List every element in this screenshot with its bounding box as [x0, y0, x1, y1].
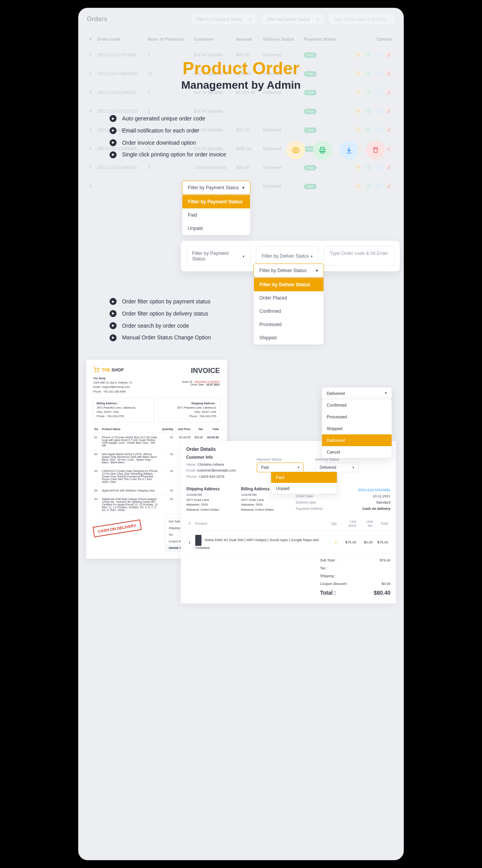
hero-subtitle: Management by Admin	[78, 79, 404, 91]
deliver-status-select[interactable]: Filter by Deliver Status▾	[254, 264, 324, 278]
option-shipped[interactable]: Shipped	[254, 331, 324, 344]
option-cancel[interactable]: Cancel	[322, 446, 392, 458]
payment-status-options: Filter by Payment Status Paid Unpaid	[182, 195, 250, 235]
payment-status-select[interactable]: Filter by Payment Status▾	[182, 181, 250, 195]
download-button[interactable]	[340, 141, 358, 160]
filter-deliver-select[interactable]: Filter by Deliver Status▾	[256, 246, 318, 266]
chevron-down-icon: ▾	[385, 391, 387, 396]
table-row: 1 Nokia 6300 4G Dual SIM | WiFi Hotspot …	[186, 531, 390, 554]
svg-point-4	[95, 372, 95, 372]
chevron-down-icon: ▾	[353, 466, 354, 469]
option-unpaid[interactable]: Unpaid	[271, 483, 337, 494]
cash-on-delivery-stamp: CASH ON DELIVERY	[93, 519, 142, 537]
filter-payment-top[interactable]: Filter by Payment Status▾	[191, 13, 257, 25]
option-filter-payment[interactable]: Filter by Payment Status	[182, 195, 250, 208]
play-icon: ▶	[110, 127, 117, 134]
deliver-status-options: Filter by Deliver Status Order Placed Co…	[254, 278, 324, 345]
feature-bullet: ▶Order invoice download option	[110, 137, 226, 149]
option-delivered[interactable]: Delivered	[322, 434, 392, 446]
option-paid[interactable]: Paid	[182, 208, 250, 222]
hero-title: Product Order	[78, 59, 404, 78]
option-processed[interactable]: Processed	[322, 411, 392, 423]
chevron-down-icon: ▾	[250, 17, 252, 21]
product-thumb	[195, 535, 201, 546]
order-products-table: #ProductQtyUnit priceUnit taxTotal 1 Nok…	[186, 516, 390, 554]
option-shipped[interactable]: Shipped	[322, 423, 392, 434]
feature-bullet: ▶Order filter option by payment status	[110, 296, 211, 308]
option-confirmed[interactable]: Confirmed	[322, 399, 392, 411]
feature-bullet: ▶Manual Order Status Change Option	[110, 332, 211, 344]
chevron-down-icon: ▾	[316, 268, 318, 273]
feature-bullet: ▶Order search by order code	[110, 320, 211, 332]
brand-logo: THE SHOP	[93, 367, 133, 373]
option-paid[interactable]: Paid	[271, 472, 337, 483]
order-totals: Sub Total :$78.40 Tax : Shipping : Coupo…	[320, 556, 390, 598]
feature-bullet: ▶Single click printing option for order …	[110, 149, 226, 161]
play-icon: ▶	[110, 310, 117, 317]
svg-point-0	[295, 149, 297, 151]
chevron-down-icon: ▾	[242, 185, 245, 190]
option-processed[interactable]: Processed	[254, 318, 324, 331]
order-details-panel: Order Details Customer Info Name: Christ…	[181, 441, 396, 603]
page-title: Orders	[87, 16, 107, 23]
table-row: 720211110-131452873Christina Ashens$90.4…	[87, 158, 395, 177]
payment-status-mini-select[interactable]: Paid▾	[257, 463, 304, 472]
status-options: Confirmed Processed Shipped Delivered Ca…	[322, 399, 392, 458]
search-input[interactable]: Type Order code & hit Enter	[324, 246, 394, 266]
play-icon: ▶	[110, 151, 117, 158]
search-input-top[interactable]: Type Order code & hit Enter	[329, 13, 395, 25]
play-icon: ▶	[110, 334, 117, 341]
play-icon: ▶	[110, 139, 117, 146]
print-button[interactable]	[313, 141, 332, 160]
option-unpaid[interactable]: Unpaid	[182, 222, 250, 235]
play-icon: ▶	[110, 298, 117, 305]
delete-button[interactable]	[366, 141, 385, 160]
view-button[interactable]	[286, 141, 305, 160]
svg-point-5	[98, 372, 99, 372]
play-icon: ▶	[110, 115, 117, 122]
status-select[interactable]: Delivered▾	[322, 387, 392, 400]
invoice-title: INVOICE	[182, 367, 220, 375]
option-confirmed[interactable]: Confirmed	[254, 305, 324, 318]
feature-bullet: ▶Auto generated unique order code	[110, 113, 226, 125]
feature-bullet: ▶Order filter option by delivery status	[110, 308, 211, 320]
feature-bullet: ▶Email notification for each order	[110, 125, 226, 137]
filter-payment-select[interactable]: Filter by Payment Status▾	[186, 246, 250, 266]
paid-dropdown: Paid Unpaid	[271, 472, 337, 494]
chevron-down-icon: ▾	[243, 254, 245, 258]
filter-deliver-top[interactable]: Filter by Deliver Status▾	[261, 13, 324, 25]
chevron-down-icon: ▾	[311, 254, 313, 258]
option-order-placed[interactable]: Order Placed	[254, 291, 324, 305]
chevron-down-icon: ▾	[317, 17, 319, 21]
play-icon: ▶	[110, 322, 117, 329]
option-filter-deliver[interactable]: Filter by Deliver Status	[254, 278, 324, 291]
delivery-status-mini-select[interactable]: Delivered▾	[315, 463, 358, 472]
chevron-down-icon: ▾	[298, 466, 299, 469]
